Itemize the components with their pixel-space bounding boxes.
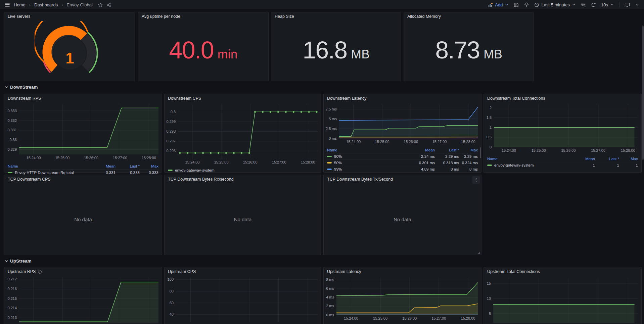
chevron-down-icon [5, 259, 8, 263]
panel-title[interactable]: Downstream Total Connections [484, 94, 641, 103]
legend-value: 8 ms [459, 167, 478, 171]
svg-text:15:26:00: 15:26:00 [402, 316, 417, 320]
share-icon[interactable] [106, 2, 111, 7]
legend-scrollbar[interactable] [480, 147, 481, 158]
stat-unit: MB [484, 47, 502, 61]
legend-value: 1 [595, 163, 619, 167]
panel-title[interactable]: Upstream Latency [324, 267, 481, 276]
panel-title-text: Downstream RPS [8, 96, 41, 101]
breadcrumb-current: Envoy Global [66, 2, 92, 7]
kebab-icon [474, 178, 478, 182]
chevron-down-icon [610, 3, 614, 7]
panel-heap-size: Heap Size 16.8 MB [271, 12, 401, 81]
legend-column-header[interactable]: Last * [116, 164, 140, 168]
menu-icon[interactable] [5, 2, 10, 7]
downstream-cps-chart[interactable]: 15:24:0015:25:0015:26:0015:27:0015:28:00… [165, 103, 321, 172]
legend-table: NameMeanLast *Max90%2.34 ms3.29 ms3.29 m… [324, 146, 481, 172]
svg-text:15:28:00: 15:28:00 [142, 156, 156, 160]
legend-column-header[interactable]: Mean [571, 157, 595, 161]
save-dashboard-icon[interactable] [514, 2, 519, 7]
panel-tcp-downstream-cps: TCP Downstream CPS No data [4, 175, 162, 255]
svg-text:15:26:00: 15:26:00 [84, 156, 98, 160]
legend-column-header[interactable]: Last * [435, 148, 459, 152]
svg-text:2: 2 [490, 106, 492, 110]
panel-upstream-rps: Upstream RPS 15:24:0015:25:0015:26:0015:… [4, 267, 162, 324]
legend-column-header[interactable]: Name [327, 148, 411, 152]
panel-title[interactable]: Upstream Total Connections [484, 267, 641, 276]
zoom-out-icon[interactable] [581, 2, 586, 7]
section-downstream[interactable]: DownStream [5, 85, 38, 90]
legend-column-header[interactable]: Max [459, 148, 478, 152]
svg-text:0.217: 0.217 [7, 277, 17, 281]
legend-column-header[interactable]: Max [619, 157, 638, 161]
legend-column-header[interactable]: Mean [411, 148, 435, 152]
star-icon[interactable] [98, 2, 103, 7]
svg-text:15:24:00: 15:24:00 [502, 148, 516, 152]
panel-title[interactable]: Avg uptime per node [138, 12, 268, 21]
panel-title[interactable]: Upstream CPS [165, 267, 321, 276]
upstream-rps-chart[interactable]: 15:24:0015:25:0015:26:0015:27:0015:28:00… [4, 276, 162, 324]
legend-row[interactable]: 99%4.89 ms8 ms8 ms [327, 166, 478, 172]
section-label: UpStream [10, 259, 32, 264]
panel-title-text: Allocated Memory [407, 14, 441, 19]
panel-title[interactable]: Downstream CPS [165, 94, 321, 103]
panel-menu-button[interactable] [472, 176, 480, 184]
panel-title[interactable]: TCP Downstream Bytes Rx/second [165, 175, 321, 184]
legend-column-header[interactable]: Max [140, 164, 158, 168]
svg-text:0.329: 0.329 [7, 147, 17, 151]
refresh-icon[interactable] [591, 2, 596, 7]
tv-kiosk-icon[interactable] [625, 2, 630, 7]
upstream-latency-chart[interactable]: 15:24:0015:25:0015:26:0015:27:0015:28:00… [324, 276, 481, 324]
panel-title[interactable]: TCP Downstream Bytes Tx/Second [324, 175, 481, 184]
panel-title[interactable]: Downstream RPS [4, 94, 162, 103]
panel-title[interactable]: TCP Downstream CPS [4, 175, 162, 184]
legend-row[interactable]: 90%2.34 ms3.29 ms3.29 ms [327, 153, 478, 159]
upstream-cps-chart[interactable]: 15:24:0015:25:0015:26:0015:27:0015:28:00… [165, 276, 321, 324]
panel-title-text: Upstream Latency [327, 269, 361, 274]
panel-title[interactable]: Upstream RPS [4, 267, 162, 276]
legend-column-header[interactable]: Mean [91, 164, 116, 168]
panel-title[interactable]: Heap Size [271, 12, 401, 21]
legend-column-header[interactable]: Name [8, 164, 91, 168]
legend-item[interactable]: envoy-gateway-system [168, 168, 215, 172]
svg-text:60: 60 [170, 301, 174, 305]
svg-text:2 ms: 2 ms [326, 304, 334, 308]
panel-title[interactable]: Downstream Latency [324, 94, 481, 103]
section-upstream[interactable]: UpStream [5, 259, 32, 264]
legend-column-header[interactable]: Last * [595, 157, 619, 161]
legend-value: 0.313 ms [435, 161, 459, 165]
legend-column-header[interactable]: Name [487, 157, 571, 161]
refresh-interval-picker[interactable]: 10s [601, 2, 614, 7]
svg-text:0.333: 0.333 [7, 109, 17, 113]
panel-title-text: TCP Downstream Bytes Tx/Second [327, 177, 393, 182]
add-button[interactable]: Add [488, 2, 509, 7]
panel-downstream-latency: Downstream Latency 15:24:0015:25:0015:26… [323, 94, 481, 173]
svg-text:15:27:00: 15:27:00 [432, 140, 447, 144]
downstream-total-connections-chart[interactable]: 15:24:0015:25:0015:26:0015:27:0015:28:00… [484, 103, 641, 168]
legend-value: 0.331 [91, 171, 116, 175]
svg-text:15:24:00: 15:24:00 [346, 140, 361, 144]
upstream-total-connections-chart[interactable]: 15:24:0015:25:0015:26:0015:27:0015:28:00… [484, 276, 641, 324]
panel-title[interactable]: Live servers [4, 12, 135, 21]
settings-gear-icon[interactable] [524, 2, 529, 7]
downstream-rps-chart[interactable]: 15:24:0015:25:0015:26:0015:27:0015:28:00… [4, 103, 162, 176]
chevron-down-icon[interactable] [635, 3, 639, 7]
downstream-latency-chart[interactable]: 15:24:0015:25:0015:26:0015:27:0015:28:00… [324, 103, 481, 172]
breadcrumb-home[interactable]: Home [14, 2, 26, 7]
series-swatch [327, 169, 332, 170]
svg-text:0.214: 0.214 [7, 306, 17, 310]
time-range-picker[interactable]: Last 5 minutes [534, 2, 576, 7]
series-name: 99% [334, 167, 342, 171]
add-label: Add [495, 2, 503, 7]
panel-downstream-cps: Downstream CPS 15:24:0015:25:0015:26:001… [164, 94, 321, 173]
page-scrollbar[interactable] [642, 26, 644, 160]
breadcrumb-dashboards[interactable]: Dashboards [34, 2, 58, 7]
stat-unit: min [218, 47, 238, 61]
panel-title[interactable]: Allocated Memory [404, 12, 534, 21]
section-label: DownStream [10, 85, 38, 90]
series-swatch [168, 170, 173, 171]
info-icon[interactable] [38, 270, 42, 274]
legend-row[interactable]: envoy-gateway-system111 [487, 162, 638, 168]
svg-text:0.297: 0.297 [166, 139, 176, 143]
legend-row[interactable]: 50%0.301 ms0.313 ms0.324 ms [327, 159, 478, 166]
